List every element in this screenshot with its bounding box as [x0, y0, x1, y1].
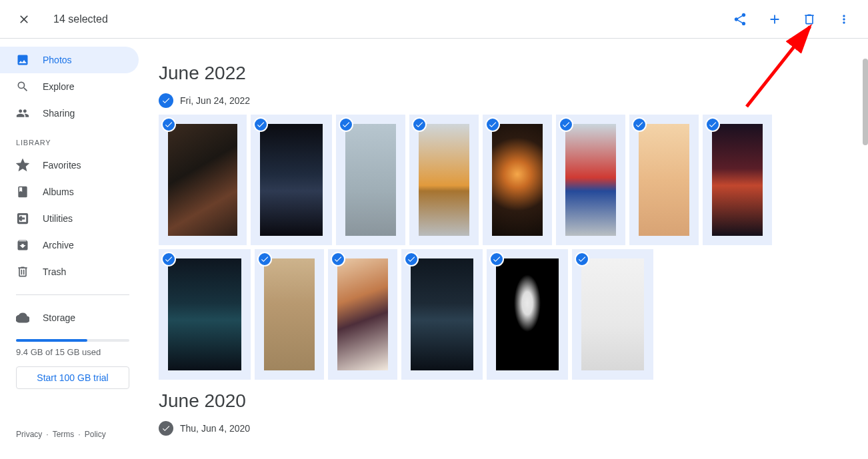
date-label: Fri, Jun 24, 2022 [180, 95, 250, 106]
main-content: June 2022Fri, Jun 24, 2022June 2020Thu, … [145, 39, 868, 459]
footer-privacy[interactable]: Privacy [16, 430, 42, 439]
check-icon[interactable] [339, 117, 353, 132]
start-trial-button[interactable]: Start 100 GB trial [16, 366, 129, 389]
sidebar-item-storage[interactable]: Storage [0, 304, 145, 331]
share-icon[interactable] [727, 6, 753, 33]
scrollbar[interactable] [863, 39, 868, 459]
date-label: Thu, Jun 4, 2020 [180, 423, 250, 434]
check-icon[interactable] [575, 252, 589, 266]
sidebar-item-label: Storage [43, 312, 75, 323]
sidebar-item-albums[interactable]: Albums [0, 179, 139, 205]
check-icon[interactable] [331, 252, 345, 266]
sidebar-item-utilities[interactable]: Utilities [0, 205, 139, 232]
photo-thumb[interactable] [336, 115, 405, 245]
storage-fill [16, 339, 87, 342]
photo-thumb[interactable] [255, 249, 324, 380]
sidebar: Photos Explore Sharing LIBRARY Favorites [0, 39, 145, 459]
storage-text: 9.4 GB of 15 GB used [16, 347, 129, 357]
delete-icon[interactable] [796, 6, 823, 33]
storage-bar [16, 339, 129, 342]
check-icon[interactable] [159, 93, 173, 108]
library-section-label: LIBRARY [0, 127, 145, 152]
check-icon[interactable] [161, 117, 176, 132]
check-icon[interactable] [253, 117, 268, 132]
section-title: June 2022 [159, 63, 847, 84]
close-icon[interactable] [11, 6, 37, 33]
section-title: June 2020 [159, 390, 847, 412]
photos-icon [16, 53, 29, 67]
sidebar-item-label: Utilities [43, 213, 73, 224]
check-icon[interactable] [257, 252, 272, 266]
photo-thumb[interactable] [401, 249, 483, 380]
sidebar-item-label: Albums [43, 187, 74, 197]
photo-thumb[interactable] [328, 249, 397, 380]
divider [16, 294, 129, 295]
sidebar-item-label: Photos [43, 55, 72, 65]
sidebar-item-photos[interactable]: Photos [0, 47, 139, 73]
sharing-icon [16, 107, 29, 120]
photo-thumb[interactable] [556, 115, 625, 245]
sidebar-item-label: Favorites [43, 160, 81, 171]
sidebar-item-label: Archive [43, 240, 74, 250]
photo-thumb[interactable] [572, 249, 653, 380]
photo-thumb[interactable] [159, 115, 247, 245]
selected-count: 14 selected [53, 13, 108, 25]
search-icon [16, 80, 29, 93]
more-icon[interactable] [831, 6, 857, 33]
sidebar-item-trash[interactable]: Trash [0, 258, 139, 285]
check-icon[interactable] [559, 117, 573, 132]
sidebar-item-explore[interactable]: Explore [0, 73, 139, 100]
utilities-icon [16, 212, 29, 225]
sidebar-item-label: Sharing [43, 108, 75, 119]
sidebar-item-archive[interactable]: Archive [0, 232, 139, 258]
star-icon [16, 159, 29, 172]
photo-thumb[interactable] [409, 115, 479, 245]
sidebar-item-label: Trash [43, 266, 66, 277]
photo-thumb[interactable] [251, 115, 332, 245]
check-icon[interactable] [412, 117, 427, 132]
check-icon[interactable] [404, 252, 419, 266]
photo-thumb[interactable] [487, 249, 568, 380]
check-icon[interactable] [489, 252, 504, 266]
albums-icon [16, 185, 29, 199]
trash-icon [16, 265, 29, 278]
footer-policy[interactable]: Policy [85, 430, 106, 439]
selection-header: 14 selected [0, 0, 868, 39]
photo-thumb[interactable] [629, 115, 699, 245]
archive-icon [16, 238, 29, 252]
scroll-handle[interactable] [863, 59, 868, 145]
check-icon[interactable] [632, 117, 647, 132]
date-row[interactable]: Thu, Jun 4, 2020 [159, 421, 847, 436]
photo-thumb[interactable] [483, 115, 552, 245]
footer-links: Privacy·Terms·Policy [0, 430, 145, 451]
sidebar-item-sharing[interactable]: Sharing [0, 100, 139, 127]
photo-grid [159, 115, 847, 380]
check-icon[interactable] [485, 117, 500, 132]
check-icon[interactable] [705, 117, 720, 132]
sidebar-item-label: Explore [43, 81, 74, 92]
photo-thumb[interactable] [703, 115, 772, 245]
date-row[interactable]: Fri, Jun 24, 2022 [159, 93, 847, 108]
add-icon[interactable] [761, 6, 788, 33]
check-icon[interactable] [159, 421, 173, 436]
cloud-icon [16, 311, 29, 324]
sidebar-item-favorites[interactable]: Favorites [0, 152, 139, 179]
photo-thumb[interactable] [159, 249, 251, 380]
check-icon[interactable] [161, 252, 176, 266]
footer-terms[interactable]: Terms [53, 430, 75, 439]
